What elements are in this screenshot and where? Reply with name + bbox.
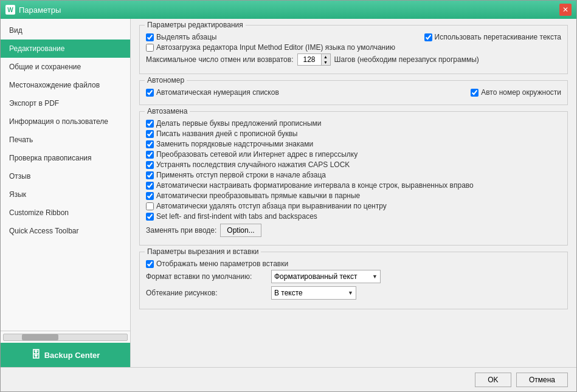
autoreplace-cb-9[interactable]: Set left- and first-indent with tabs and…	[146, 212, 317, 221]
autoreplace-row-5: Применять отступ первой строки в начале …	[146, 171, 561, 179]
close-button[interactable]: ✕	[559, 4, 572, 16]
autoreplace-input-4[interactable]	[146, 161, 154, 169]
undo-row: Максимальное число отмен или возвратов: …	[146, 53, 561, 66]
sidebar-item-language[interactable]: Язык	[1, 185, 130, 204]
undo-spinner[interactable]: ▲ ▼	[297, 53, 331, 66]
editing-params-legend: Параметры редактирования	[145, 21, 246, 29]
replace-on-input-row: Заменять при вводе: Option...	[146, 224, 561, 237]
replace-on-input-label: Заменять при вводе:	[146, 226, 216, 235]
sidebar-item-quickaccess[interactable]: Quick Access Toolbar	[1, 222, 130, 240]
autoreplace-cb-8[interactable]: Автоматически удалять отступ абзаца при …	[146, 202, 387, 210]
autoreplace-input-6[interactable]	[146, 182, 154, 190]
autoreplace-row-4: Устранять последствия случайного нажатия…	[146, 160, 561, 169]
autoreplace-input-1[interactable]	[146, 130, 154, 138]
paste-menu-checkbox[interactable]: Отображать меню параметров вставки	[146, 260, 288, 268]
editing-top-row: Выделять абзацы Использовать перетаскива…	[146, 33, 561, 41]
autonumber-list-checkbox[interactable]: Автоматическая нумерация списков	[146, 88, 279, 97]
main-content: Параметры редактирования Выделять абзацы…	[131, 19, 576, 367]
sidebar-item-editing[interactable]: Редактирование	[1, 40, 130, 58]
title-bar-left: W Параметры	[5, 5, 61, 15]
cancel-button[interactable]: Отмена	[516, 373, 568, 387]
autoreplace-row-0: Делать первые буквы предложений прописны…	[146, 119, 561, 128]
app-icon: W	[5, 5, 15, 15]
autoreplace-input-5[interactable]	[146, 171, 154, 179]
autoreplace-cb-4[interactable]: Устранять последствия случайного нажатия…	[146, 160, 350, 169]
autoreplace-cb-3[interactable]: Преобразовать сетевой или Интернет адрес…	[146, 150, 358, 159]
sidebar-item-filelocations[interactable]: Местонахождение файлов	[1, 76, 130, 94]
wrap-select[interactable]: В тексте ▼	[271, 286, 356, 300]
undo-input[interactable]	[297, 53, 322, 66]
autoreplace-label-8: Автоматически удалять отступ абзаца при …	[156, 202, 387, 210]
autoreplace-row-3: Преобразовать сетевой или Интернет адрес…	[146, 150, 561, 159]
undo-spin-down[interactable]: ▼	[322, 60, 330, 65]
autonumber-row: Автоматическая нумерация списков Авто но…	[146, 88, 561, 97]
sidebar-item-general[interactable]: Общие и сохранение	[1, 58, 130, 76]
autoreplace-legend: Автозамена	[145, 107, 190, 115]
autoreplace-row-2: Заменить порядковые надстрочными знаками	[146, 140, 561, 148]
autoreplace-input-7[interactable]	[146, 192, 154, 200]
undo-spin-up[interactable]: ▲	[322, 54, 330, 60]
option-button[interactable]: Option...	[220, 224, 261, 237]
undo-suffix: Шагов (необходим перезапуск программы)	[334, 55, 479, 64]
default-format-value: Форматированный текст	[274, 272, 357, 281]
autoreplace-input-9[interactable]	[146, 213, 154, 221]
sidebar: Вид Редактирование Общие и сохранение Ме…	[1, 19, 131, 367]
wrap-arrow-icon: ▼	[348, 290, 353, 296]
highlight-paragraphs-checkbox[interactable]: Выделять абзацы	[146, 33, 216, 41]
autoreplace-input-3[interactable]	[146, 151, 154, 159]
title-bar: W Параметры ✕	[1, 1, 576, 19]
autoreplace-cb-0[interactable]: Делать первые буквы предложений прописны…	[146, 119, 322, 128]
autoreplace-input-8[interactable]	[146, 202, 154, 210]
autoreplace-row-7: Автоматически преобразовывать прямые кав…	[146, 191, 561, 200]
autoreplace-label-5: Применять отступ первой строки в начале …	[156, 171, 326, 179]
undo-label: Максимальное число отмен или возвратов:	[146, 55, 294, 64]
drag-drop-checkbox[interactable]: Использовать перетаскивание текста	[424, 33, 561, 41]
autoreplace-label-3: Преобразовать сетевой или Интернет адрес…	[156, 150, 358, 159]
ok-button[interactable]: OK	[475, 373, 511, 387]
autoreplace-cb-6[interactable]: Автоматически настраивать форматирование…	[146, 181, 474, 190]
autonumber-circle-input[interactable]	[471, 89, 479, 97]
sidebar-item-print[interactable]: Печать	[1, 131, 130, 149]
dialog-footer: OK Отмена	[1, 367, 576, 391]
default-format-row: Формат вставки по умолчанию: Форматирова…	[146, 270, 561, 283]
autoreplace-label-2: Заменить порядковые надстрочными знаками	[156, 140, 313, 148]
dialog-body: Вид Редактирование Общие и сохранение Ме…	[1, 19, 576, 367]
autoreplace-label-4: Устранять последствия случайного нажатия…	[156, 160, 350, 169]
backup-center-label: Backup Center	[44, 351, 100, 360]
default-format-select[interactable]: Форматированный текст ▼	[271, 270, 381, 283]
ime-input[interactable]	[146, 44, 154, 52]
autoreplace-input-2[interactable]	[146, 140, 154, 148]
autoreplace-label-6: Автоматически настраивать форматирование…	[156, 181, 474, 190]
autonumber-circle-checkbox[interactable]: Авто номер окружности	[471, 88, 561, 97]
backup-center-icon: 🗄	[31, 349, 41, 360]
sidebar-item-feedback[interactable]: Отзыв	[1, 167, 130, 185]
autoreplace-cb-1[interactable]: Писать названия дней с прописной буквы	[146, 129, 297, 138]
sidebar-scrollbar-track[interactable]	[3, 334, 128, 341]
dialog-title: Параметры	[19, 5, 61, 15]
paste-menu-input[interactable]	[146, 260, 154, 268]
sidebar-scrollbar-area[interactable]	[1, 331, 130, 343]
autoreplace-section: Автозамена Делать первые буквы предложен…	[139, 111, 568, 246]
autonumber-list-input[interactable]	[146, 89, 154, 97]
default-format-arrow-icon: ▼	[372, 273, 378, 280]
sidebar-item-vid[interactable]: Вид	[1, 21, 130, 40]
drag-drop-input[interactable]	[424, 33, 432, 41]
drag-drop-label: Использовать перетаскивание текста	[435, 33, 561, 41]
sidebar-item-customizeribbon[interactable]: Customize Ribbon	[1, 204, 130, 222]
autoreplace-cb-5[interactable]: Применять отступ первой строки в начале …	[146, 171, 326, 179]
autoreplace-input-0[interactable]	[146, 120, 154, 128]
sidebar-item-userinfo[interactable]: Информация о пользователе	[1, 112, 130, 131]
autoreplace-label-1: Писать названия дней с прописной буквы	[156, 129, 297, 138]
editing-params-content: Выделять абзацы Использовать перетаскива…	[146, 33, 561, 66]
ime-checkbox[interactable]: Автозагрузка редактора Input Method Edit…	[146, 43, 395, 52]
autonumber-content: Автоматическая нумерация списков Авто но…	[146, 88, 561, 97]
backup-center-button[interactable]: 🗄 Backup Center	[1, 343, 130, 367]
highlight-paragraphs-input[interactable]	[146, 33, 154, 41]
autoreplace-cb-2[interactable]: Заменить порядковые надстрочными знаками	[146, 140, 313, 148]
autoreplace-cb-7[interactable]: Автоматически преобразовывать прямые кав…	[146, 191, 360, 200]
cutpaste-section: Параметры вырезания и вставки Отображать…	[139, 252, 568, 309]
paste-menu-label: Отображать меню параметров вставки	[156, 260, 288, 268]
sidebar-item-spelling[interactable]: Проверка правописания	[1, 149, 130, 167]
autoreplace-row-6: Автоматически настраивать форматирование…	[146, 181, 561, 190]
sidebar-item-exportpdf[interactable]: Экспорт в PDF	[1, 94, 130, 112]
